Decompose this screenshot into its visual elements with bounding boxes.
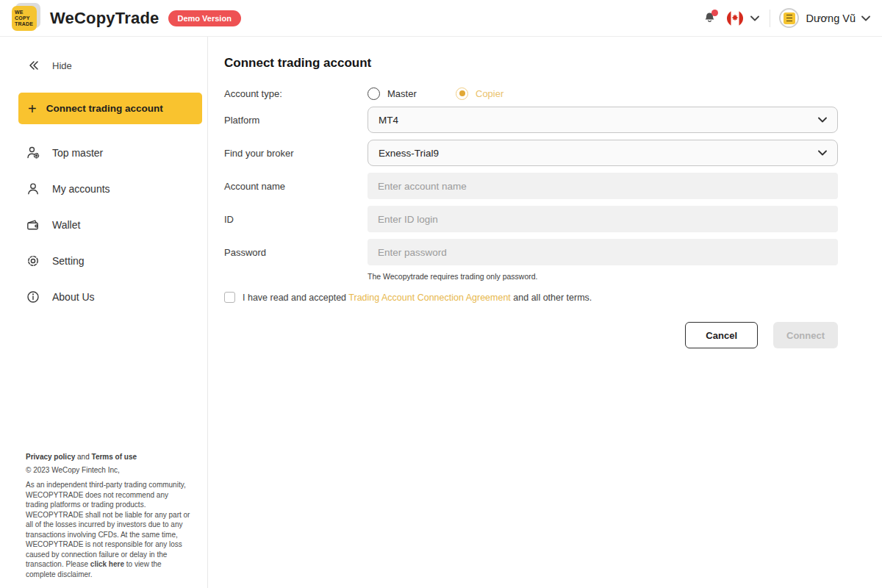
account-type-row: Account type: Master Copier xyxy=(224,83,882,104)
connect-trading-account-label: Connect trading account xyxy=(46,103,163,114)
privacy-policy-link[interactable]: Privacy policy xyxy=(26,453,75,461)
user-name[interactable]: Dương Vũ xyxy=(806,12,856,24)
language-flag-icon[interactable] xyxy=(727,10,743,26)
agreement-link[interactable]: Trading Account Connection Agreement xyxy=(348,293,511,303)
legal-links-line: Privacy policy and Terms of use xyxy=(26,452,193,462)
page-title: Connect trading account xyxy=(224,56,882,71)
click-here-link[interactable]: click here xyxy=(90,560,124,568)
sidebar-collapse-button[interactable]: Hide xyxy=(28,56,207,75)
connect-button[interactable]: Connect xyxy=(773,322,838,348)
info-icon xyxy=(25,290,41,304)
logo-line: COPY xyxy=(15,15,37,21)
disclaimer-body: As an independent third-party trading co… xyxy=(26,481,190,568)
account-name-row: Account name xyxy=(224,173,882,199)
app-root: WE COPY TRADE WeCopyTrade Demo Version xyxy=(0,0,882,588)
chevron-down-icon xyxy=(818,117,827,123)
broker-row: Find your broker Exness-Trial9 xyxy=(224,140,882,166)
terms-before: I have read and accepted xyxy=(243,293,346,303)
main-content: Connect trading account Account type: Ma… xyxy=(208,37,882,588)
logo-line: WE xyxy=(15,10,37,15)
avatar-logo xyxy=(784,12,795,24)
sidebar-item-top-master[interactable]: Top master xyxy=(0,135,207,171)
sidebar: Hide + Connect trading account xyxy=(0,37,208,588)
logo-line: TRADE xyxy=(15,21,37,27)
logo-card: WE COPY TRADE xyxy=(12,6,37,31)
terms-text: I have read and accepted Trading Account… xyxy=(243,293,592,303)
radio-option-copier[interactable]: Copier xyxy=(456,87,544,100)
sidebar-item-label: About Us xyxy=(52,291,95,303)
radio-option-master[interactable]: Master xyxy=(368,87,456,100)
trader-badge-icon xyxy=(25,146,41,160)
app-title: WeCopyTrade xyxy=(50,9,159,28)
sidebar-item-label: Setting xyxy=(52,255,85,267)
notification-dot xyxy=(711,10,718,16)
and-text: and xyxy=(77,453,90,461)
language-chevron-down-icon[interactable] xyxy=(750,15,759,21)
gear-icon xyxy=(25,254,41,268)
app-logo[interactable]: WE COPY TRADE xyxy=(12,4,40,32)
account-name-input[interactable] xyxy=(368,173,838,199)
sidebar-item-about-us[interactable]: About Us xyxy=(0,279,207,315)
id-row: ID xyxy=(224,206,882,232)
radio-dot xyxy=(459,90,465,96)
broker-label: Find your broker xyxy=(224,148,368,159)
top-bar: WE COPY TRADE WeCopyTrade Demo Version xyxy=(0,0,882,37)
password-input[interactable] xyxy=(368,239,838,265)
sidebar-footer: Privacy policy and Terms of use © 2023 W… xyxy=(0,452,207,588)
chevron-down-icon xyxy=(818,150,827,156)
platform-row: Platform MT4 xyxy=(224,107,882,133)
password-label: Password xyxy=(224,247,368,258)
copyright-text: © 2023 WeCopy Fintech Inc, xyxy=(26,465,193,476)
notifications-bell-icon[interactable] xyxy=(703,11,717,26)
form-actions: Cancel Connect xyxy=(224,322,838,348)
radio-label: Master xyxy=(387,88,417,99)
sidebar-item-my-accounts[interactable]: My accounts xyxy=(0,171,207,207)
double-chevron-left-icon xyxy=(28,60,40,71)
password-row: Password xyxy=(224,239,882,265)
header-divider xyxy=(770,10,770,27)
terms-row: I have read and accepted Trading Account… xyxy=(224,292,882,303)
password-helper-note: The Wecopytrade requires trading only pa… xyxy=(368,272,882,281)
platform-value: MT4 xyxy=(379,115,398,126)
id-input[interactable] xyxy=(368,206,838,232)
sidebar-item-label: My accounts xyxy=(52,183,110,195)
sidebar-item-label: Wallet xyxy=(52,219,80,231)
terms-after: and all other terms. xyxy=(513,293,592,303)
account-type-options: Master Copier xyxy=(368,87,838,100)
platform-select[interactable]: MT4 xyxy=(368,107,838,133)
sidebar-item-label: Top master xyxy=(52,147,103,159)
user-icon xyxy=(25,182,41,196)
plus-icon: + xyxy=(28,101,37,116)
terms-of-use-link[interactable]: Terms of use xyxy=(92,453,137,461)
id-label: ID xyxy=(224,214,368,225)
terms-checkbox[interactable] xyxy=(224,292,235,303)
cancel-button[interactable]: Cancel xyxy=(685,322,758,348)
sidebar-item-wallet[interactable]: Wallet xyxy=(0,207,207,243)
radio-circle xyxy=(368,87,380,100)
account-name-label: Account name xyxy=(224,181,368,192)
sidebar-item-setting[interactable]: Setting xyxy=(0,243,207,279)
platform-label: Platform xyxy=(224,115,368,126)
radio-circle xyxy=(456,87,468,100)
wallet-icon xyxy=(25,218,41,232)
demo-version-badge: Demo Version xyxy=(168,10,241,26)
sidebar-item-connect-trading-account[interactable]: + Connect trading account xyxy=(18,93,202,124)
hide-label: Hide xyxy=(52,60,72,71)
sidebar-menu: Top master My accounts xyxy=(0,135,207,315)
user-menu-chevron-down-icon[interactable] xyxy=(861,15,870,21)
topbar-right-group: Dương Vũ xyxy=(703,8,870,28)
user-avatar[interactable] xyxy=(779,8,799,28)
broker-select[interactable]: Exness-Trial9 xyxy=(368,140,838,166)
disclaimer-text: As an independent third-party trading co… xyxy=(26,480,193,579)
radio-label: Copier xyxy=(476,88,503,99)
account-type-label: Account type: xyxy=(224,88,368,99)
broker-value: Exness-Trial9 xyxy=(379,148,439,159)
